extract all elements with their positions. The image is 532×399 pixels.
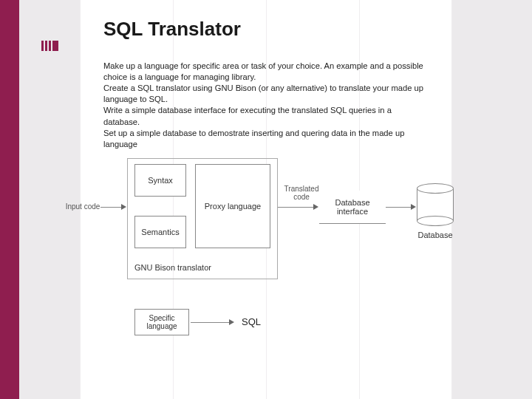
arrow-translated-head [313, 204, 318, 210]
proxy-box: Proxy language [195, 164, 270, 248]
brand-logo [41, 38, 66, 53]
arrow-translated [278, 207, 315, 208]
paragraph: Make up a language for specific area or … [103, 61, 430, 83]
database-label: Database [409, 231, 461, 239]
translator-caption: GNU Bison translator [134, 263, 253, 272]
arrow-sql [191, 322, 231, 323]
arrow-input [100, 207, 123, 208]
semantics-box: Semantics [134, 216, 186, 248]
sql-label: SQL [236, 316, 266, 327]
specific-language-label: Specific language [135, 314, 188, 330]
syntax-box: Syntax [134, 164, 186, 197]
arrow-sql-head [229, 319, 234, 325]
paragraph: Create a SQL translator using GNU Bison … [103, 83, 430, 105]
arrow-input-head [121, 204, 126, 210]
syntax-label: Syntax [148, 176, 173, 185]
db-interface-underline [319, 223, 386, 224]
paragraph: Set up a simple database to demostrate i… [103, 128, 430, 150]
arrow-db-head [411, 204, 416, 210]
db-interface-label: Database interface [319, 198, 386, 216]
db-interface-box: Database interface [319, 191, 386, 223]
specific-language-box: Specific language [134, 309, 189, 335]
proxy-label: Proxy language [205, 202, 261, 211]
semantics-label: Semantics [141, 228, 179, 236]
input-code-label: Input code [65, 202, 100, 211]
translated-code-label: Translated code [281, 185, 322, 201]
brand-stripe [0, 0, 19, 399]
slide-body: Make up a language for specific area or … [103, 61, 430, 150]
slide-title: SQL Translator [103, 18, 241, 41]
paragraph: Write a simple database interface for ex… [103, 105, 430, 127]
arrow-db [386, 207, 412, 208]
database-icon [417, 183, 454, 226]
architecture-diagram: Input code Syntax Semantics Proxy langua… [71, 154, 470, 361]
